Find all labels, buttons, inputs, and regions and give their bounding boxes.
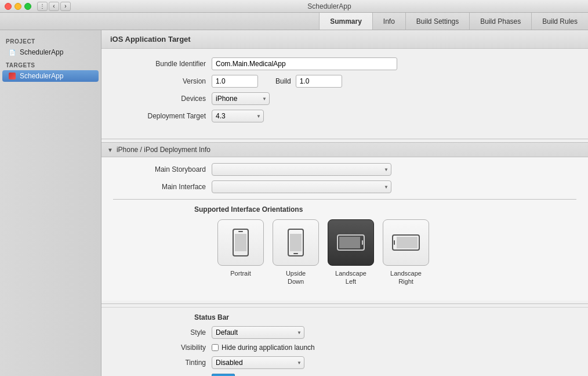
visibility-checkbox[interactable] [212, 344, 219, 351]
sidebar-project-header: PROJECT [0, 35, 101, 46]
svg-rect-8 [339, 237, 360, 248]
inner-section: Main Storyboard ▼ Main Interface [101, 157, 588, 301]
separator-3 [101, 303, 588, 304]
landscape-left-label: LandscapeLeft [335, 269, 366, 286]
form-section: Bundle Identifier Version Build Devices … [101, 49, 588, 136]
svg-rect-11 [397, 237, 418, 248]
deployment-target-select-wrapper: 4.3 5.0 6.0 ▼ [212, 110, 264, 122]
tinting-select-wrapper: Disabled Enabled ▼ [212, 356, 304, 369]
nav-next-button[interactable]: › [60, 2, 71, 11]
sidebar: PROJECT 📄 SchedulerApp TARGETS Scheduler… [0, 30, 101, 376]
content-header: iOS Application Target [101, 30, 588, 49]
devices-row: Devices iPhone iPad Universal ▼ [113, 92, 576, 105]
status-bar-style-select[interactable]: Default Black Translucent Black Opaque [212, 326, 304, 339]
upside-down-icon [273, 219, 319, 266]
tinting-select[interactable]: Disabled Enabled [212, 356, 304, 369]
tab-info[interactable]: Info [372, 13, 405, 30]
svg-rect-4 [293, 253, 298, 254]
status-bar-style-row: Style Default Black Translucent Black Op… [113, 326, 576, 339]
window-title: SchedulerApp [75, 2, 583, 10]
nav-prev-button[interactable]: ‹ [49, 2, 59, 11]
portrait-label: Portrait [230, 269, 251, 277]
main-storyboard-row: Main Storyboard ▼ [113, 163, 576, 176]
status-bar-header: Status Bar [113, 313, 576, 321]
app-window: ⋮ ‹ › SchedulerApp Summary Info Build Se… [0, 0, 588, 376]
main-storyboard-label: Main Storyboard [113, 165, 206, 173]
deployment-info-section[interactable]: ▼ iPhone / iPod Deployment Info [101, 142, 588, 157]
svg-rect-10 [394, 240, 395, 245]
status-bar-visibility-label: Visibility [113, 344, 206, 352]
maximize-button[interactable] [24, 3, 31, 10]
tab-summary[interactable]: Summary [319, 13, 372, 30]
main-interface-select-wrapper: ▼ [212, 180, 391, 193]
tint-color-row: Tint Color [113, 374, 576, 376]
portrait-icon [217, 219, 264, 266]
main-interface-label: Main Interface [113, 183, 206, 191]
tint-color-swatch[interactable] [212, 374, 235, 376]
visibility-checkbox-wrapper: Hide during application launch [212, 344, 315, 352]
orientation-grid: Portrait UpsideDown [113, 219, 576, 286]
orientation-upside-down[interactable]: UpsideDown [273, 219, 319, 286]
minimize-button[interactable] [14, 3, 21, 10]
tab-build-rules[interactable]: Build Rules [531, 13, 588, 30]
svg-rect-2 [235, 234, 246, 251]
main-storyboard-select-wrapper: ▼ [212, 163, 391, 176]
build-label: Build [275, 77, 291, 85]
target-icon [8, 72, 16, 80]
separator-2 [113, 199, 576, 200]
tabs-bar: Summary Info Build Settings Build Phases… [0, 13, 588, 30]
main-storyboard-select[interactable] [212, 163, 391, 176]
project-icon: 📄 [8, 48, 16, 56]
bundle-identifier-label: Bundle Identifier [113, 60, 206, 68]
orientation-landscape-left[interactable]: LandscapeLeft [328, 219, 374, 286]
deployment-target-label: Deployment Target [113, 112, 206, 120]
status-bar-tinting-row: Tinting Disabled Enabled ▼ [113, 356, 576, 369]
devices-select[interactable]: iPhone iPad Universal [212, 92, 270, 105]
landscape-left-icon [328, 219, 374, 266]
landscape-right-icon [383, 219, 429, 266]
main-interface-row: Main Interface ▼ [113, 180, 576, 193]
orientation-portrait[interactable]: Portrait [217, 219, 264, 286]
disclosure-triangle: ▼ [107, 147, 113, 153]
deployment-target-select[interactable]: 4.3 5.0 6.0 [212, 110, 264, 122]
tab-build-settings[interactable]: Build Settings [405, 13, 469, 30]
deployment-info-label: iPhone / iPod Deployment Info [117, 146, 210, 154]
version-input[interactable] [212, 75, 258, 88]
svg-rect-1 [238, 231, 243, 232]
version-label: Version [113, 77, 206, 85]
tab-build-phases[interactable]: Build Phases [469, 13, 531, 30]
version-row: Version Build [113, 75, 576, 88]
bundle-identifier-row: Bundle Identifier [113, 57, 576, 70]
bundle-identifier-input[interactable] [212, 57, 397, 70]
sidebar-item-target[interactable]: SchedulerApp [2, 70, 99, 82]
devices-select-wrapper: iPhone iPad Universal ▼ [212, 92, 270, 105]
svg-rect-7 [362, 240, 363, 245]
status-bar-style-select-wrapper: Default Black Translucent Black Opaque ▼ [212, 326, 304, 339]
svg-rect-5 [290, 234, 302, 251]
orientation-landscape-right[interactable]: LandscapeRight [383, 219, 429, 286]
nav-back-button[interactable]: ⋮ [37, 2, 48, 11]
window-controls [5, 3, 31, 10]
status-bar-section: Status Bar Style Default Black Transluce… [101, 307, 588, 376]
title-bar: ⋮ ‹ › SchedulerApp [0, 0, 588, 13]
upside-down-label: UpsideDown [286, 269, 306, 286]
main-area: PROJECT 📄 SchedulerApp TARGETS Scheduler… [0, 30, 588, 376]
separator-1 [101, 139, 588, 139]
devices-label: Devices [113, 95, 206, 103]
close-button[interactable] [5, 3, 12, 10]
orientations-header: Supported Interface Orientations [113, 205, 576, 214]
status-bar-style-label: Style [113, 328, 206, 337]
status-bar-tinting-label: Tinting [113, 359, 206, 367]
sidebar-item-project[interactable]: 📄 SchedulerApp [2, 46, 99, 58]
landscape-right-label: LandscapeRight [390, 269, 422, 286]
status-bar-visibility-row: Visibility Hide during application launc… [113, 344, 576, 352]
visibility-checkbox-label: Hide during application launch [222, 344, 315, 352]
deployment-target-row: Deployment Target 4.3 5.0 6.0 ▼ [113, 110, 576, 122]
main-interface-select[interactable] [212, 180, 391, 193]
sidebar-targets-header: TARGETS [0, 59, 101, 70]
content-area: iOS Application Target Bundle Identifier… [101, 30, 588, 376]
build-input[interactable] [296, 75, 342, 88]
nav-arrows: ⋮ ‹ › [37, 2, 71, 11]
